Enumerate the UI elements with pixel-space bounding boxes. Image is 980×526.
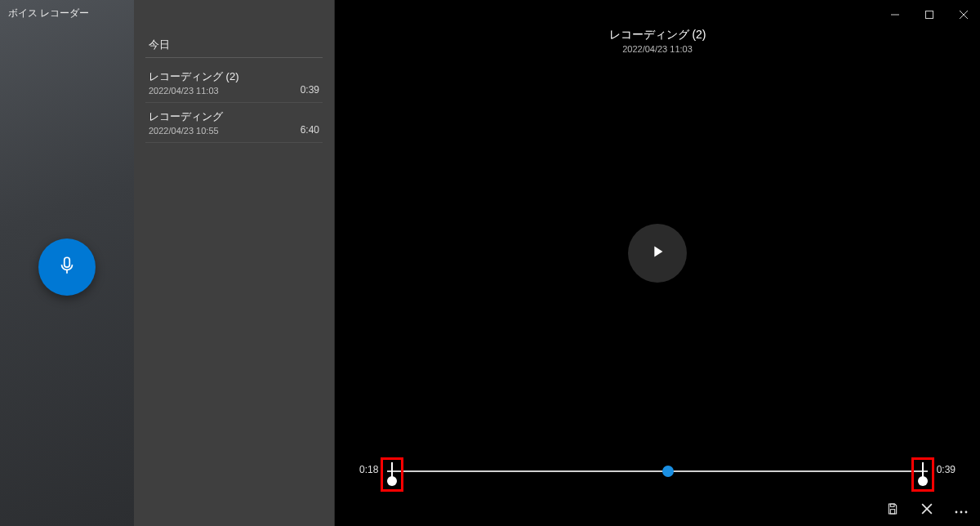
app-title: ボイス レコーダー (8, 7, 89, 20)
trim-bar: 0:18 0:39 (363, 452, 952, 518)
left-rail: ボイス レコーダー (0, 0, 134, 526)
window-controls (885, 5, 973, 25)
list-item[interactable]: レコーディング (2) 2022/04/23 11:03 0:39 (145, 63, 323, 103)
svg-point-11 (956, 511, 958, 514)
recording-timestamp: 2022/04/23 11:03 (335, 44, 980, 54)
close-icon (921, 503, 933, 518)
svg-rect-3 (926, 11, 933, 19)
minimize-button[interactable] (885, 5, 905, 25)
recording-list: 今日 レコーディング (2) 2022/04/23 11:03 0:39 レコー… (134, 0, 335, 526)
more-icon (954, 503, 969, 518)
svg-marker-6 (654, 247, 662, 257)
svg-rect-8 (890, 510, 894, 514)
svg-point-12 (960, 511, 963, 514)
svg-point-13 (965, 511, 968, 514)
trim-handle-stem (922, 462, 924, 477)
cancel-button[interactable] (918, 501, 936, 519)
trim-handle-stem (391, 462, 393, 477)
svg-rect-0 (65, 257, 70, 267)
list-item-title: レコーディング (2) (149, 69, 239, 84)
trim-handle-knob (918, 476, 928, 486)
trim-start-time: 0:18 (359, 464, 378, 475)
recording-title: レコーディング (2) (335, 28, 980, 42)
svg-rect-7 (890, 504, 894, 506)
play-button[interactable] (628, 224, 687, 283)
list-item[interactable]: レコーディング 2022/04/23 10:55 6:40 (145, 103, 323, 143)
trim-actions (884, 501, 970, 519)
record-button[interactable] (38, 238, 96, 296)
more-button[interactable] (952, 501, 970, 519)
list-heading-today: 今日 (145, 33, 323, 58)
trim-handle-knob (387, 476, 397, 486)
now-playing-header: レコーディング (2) 2022/04/23 11:03 (335, 28, 980, 54)
list-item-duration: 0:39 (301, 84, 319, 96)
list-item-timestamp: 2022/04/23 11:03 (149, 86, 239, 96)
microphone-icon (56, 255, 78, 279)
playhead[interactable] (662, 466, 674, 477)
maximize-button[interactable] (920, 5, 939, 25)
trim-end-handle[interactable] (911, 457, 934, 492)
app-root: ボイス レコーダー 今日 レコーディング (2) 2022/04/23 11:0… (0, 0, 980, 526)
list-item-title: レコーディング (149, 109, 223, 124)
timeline-track[interactable] (387, 470, 928, 472)
save-icon (886, 502, 899, 519)
list-item-duration: 6:40 (301, 124, 319, 136)
save-button[interactable] (884, 501, 902, 519)
list-item-timestamp: 2022/04/23 10:55 (149, 126, 223, 136)
trim-start-handle[interactable] (381, 457, 403, 492)
trim-end-time: 0:39 (937, 464, 956, 475)
close-button[interactable] (954, 5, 973, 25)
play-icon (648, 243, 666, 264)
main-pane: レコーディング (2) 2022/04/23 11:03 0:18 0:39 (335, 0, 980, 526)
